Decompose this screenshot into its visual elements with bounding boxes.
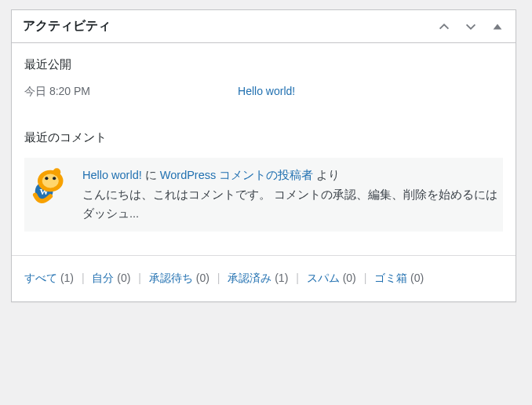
comment-body: Hello world! に WordPress コメントの投稿者 より こんに… [82,166,500,224]
filter-all[interactable]: すべて [24,272,57,284]
separator: | [296,272,299,284]
comment-filters: すべて (1) | 自分 (0) | 承認待ち (0) | 承認済み (1) |… [12,255,516,301]
filter-all-count: (1) [60,272,74,284]
filter-spam-count: (0) [343,272,356,284]
filter-trash-count: (0) [410,272,424,284]
comment-list: W Hello world! に WordPress コメントの投稿者 より こ… [12,153,516,246]
svg-point-5 [53,168,61,176]
recent-comments-section: 最近のコメント [12,116,516,145]
published-item: 今日 8:20 PM Hello world! [24,80,503,108]
recent-comments-heading: 最近のコメント [24,130,503,145]
separator: | [82,272,85,284]
move-down-icon[interactable] [464,20,478,34]
comment-meta: Hello world! に WordPress コメントの投稿者 より [82,166,500,185]
toggle-panel-icon[interactable] [490,20,505,34]
comment-particle: に [145,169,157,181]
separator: | [364,272,367,284]
svg-marker-0 [494,24,502,29]
filter-approved-count: (1) [275,272,288,284]
panel-controls [437,20,505,34]
filter-pending[interactable]: 承認待ち [149,272,193,284]
svg-point-7 [53,177,56,180]
comment-excerpt: こんにちは、これはコメントです。 コメントの承認、編集、削除を始めるにはダッシュ… [82,185,500,224]
comment-author-link[interactable]: WordPress コメントの投稿者 [160,169,313,181]
filter-trash[interactable]: ゴミ箱 [374,272,407,284]
published-date: 今日 8:20 PM [24,85,90,99]
separator: | [217,272,220,284]
filter-spam[interactable]: スパム [307,272,340,284]
comment-from-label: より [316,169,340,181]
filter-mine[interactable]: 自分 [92,272,114,284]
svg-point-4 [42,174,59,188]
move-up-icon[interactable] [437,20,451,34]
filter-pending-count: (0) [196,272,210,284]
published-post-link[interactable]: Hello world! [238,85,295,97]
activity-panel: アクティビティ 最近公開 今日 8:20 PM Hello world! 最近の… [11,9,516,302]
panel-header: アクティビティ [12,10,516,43]
svg-point-6 [45,177,48,180]
separator: | [138,272,141,284]
wapuu-avatar-icon: W [27,166,68,206]
comment-item: W Hello world! に WordPress コメントの投稿者 より こ… [24,158,503,232]
comment-post-link[interactable]: Hello world! [82,169,142,181]
recently-published-heading: 最近公開 [24,57,503,72]
filter-mine-count: (0) [117,272,130,284]
filter-approved[interactable]: 承認済み [228,272,271,284]
panel-title: アクティビティ [23,18,111,35]
recently-published-section: 最近公開 今日 8:20 PM Hello world! [12,43,516,116]
